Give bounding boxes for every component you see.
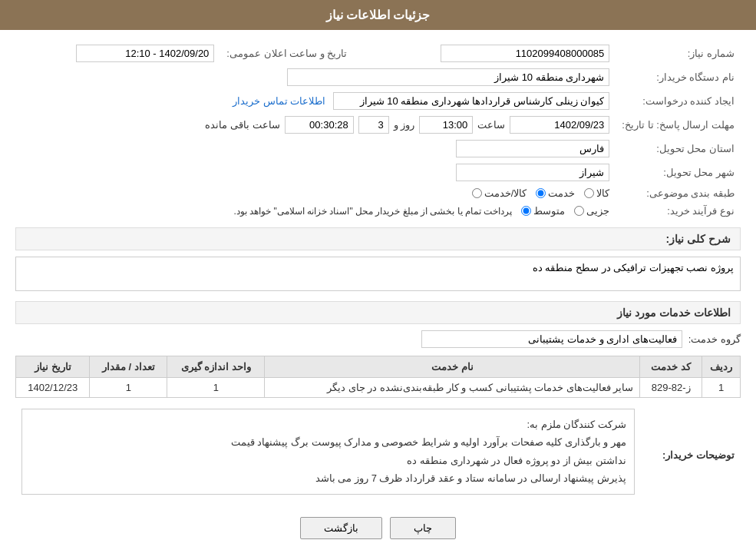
services-table: ردیف کد خدمت نام خدمت واحد اندازه گیری ت… bbox=[15, 356, 741, 398]
days-label: روز و bbox=[394, 119, 415, 131]
tabaqe-value: کالا خدمت کالا/خدمت bbox=[15, 184, 616, 202]
main-info-table: شماره نیاز: تاریخ و ساعت اعلان عمومی: نا… bbox=[15, 41, 741, 220]
nooe-farayand-value: جزیی متوسط پرداخت تمام یا بخشی از مبلغ خ… bbox=[15, 202, 616, 220]
cell-tedad: 1 bbox=[90, 378, 167, 398]
tawzih-box: شرکت کنندگان ملزم به: مهر و بارگذاری کلی… bbox=[21, 409, 635, 495]
nooe-farayand-label: نوع فرآیند خرید: bbox=[616, 202, 741, 220]
tawzih-label: توضیحات خریدار: bbox=[641, 406, 741, 505]
farayand-motawaset-radio[interactable] bbox=[521, 206, 531, 216]
ettelaat-tamas-link[interactable]: اطلاعات تماس خریدار bbox=[233, 95, 325, 107]
ijad-konande-label: ایجاد کننده درخواست: bbox=[616, 89, 741, 113]
cell-radif: 1 bbox=[702, 378, 741, 398]
col-kod: کد خدمت bbox=[640, 356, 702, 378]
cell-vahed: 1 bbox=[167, 378, 265, 398]
shahr-value bbox=[15, 161, 616, 184]
remaining-label: ساعت باقی مانده bbox=[205, 119, 279, 131]
nam-dastgah-input[interactable] bbox=[287, 68, 609, 86]
shomara-niaz-label: شماره نیاز: bbox=[616, 41, 741, 65]
farayand-jozi-label: جزیی bbox=[586, 205, 609, 217]
ostan-input[interactable] bbox=[456, 140, 609, 157]
date-announcement-label: تاریخ و ساعت اعلان عمومی: bbox=[220, 41, 353, 65]
ijad-konande-input[interactable] bbox=[333, 92, 609, 110]
table-row: 1 ز-82-829 سایر فعالیت‌های خدمات پشتیبان… bbox=[16, 378, 741, 398]
col-nam: نام خدمت bbox=[265, 356, 640, 378]
tawzih-line2: مهر و بارگذاری کلیه صفحات برآورد اولیه و… bbox=[30, 433, 626, 451]
shahr-label: شهر محل تحویل: bbox=[616, 161, 741, 184]
col-tedad: تعداد / مقدار bbox=[90, 356, 167, 378]
shomara-niaz-input[interactable] bbox=[441, 45, 609, 62]
print-button[interactable]: چاپ bbox=[390, 517, 456, 539]
nam-dastgah-label: نام دستگاه خریدار: bbox=[616, 65, 741, 89]
cell-nam: سایر فعالیت‌های خدمات پشتیبانی کسب و کار… bbox=[265, 378, 640, 398]
sharh-section-header: شرح کلی نیاز: bbox=[15, 227, 741, 250]
tabaqe-kala-khedmat-label: کالا/خدمت bbox=[484, 187, 527, 199]
tawzih-value: شرکت کنندگان ملزم به: مهر و بارگذاری کلی… bbox=[15, 406, 641, 505]
shahr-input[interactable] bbox=[456, 164, 609, 181]
farayand-jozi-radio[interactable] bbox=[574, 206, 584, 216]
tabaqe-label: طبقه بندی موضوعی: bbox=[616, 184, 741, 202]
ostan-value bbox=[15, 137, 616, 161]
cell-tarikh: 1402/12/23 bbox=[16, 378, 90, 398]
farayand-motawaset-label: متوسط bbox=[533, 205, 565, 217]
mohlat-value: ساعت روز و ساعت باقی مانده bbox=[15, 113, 616, 137]
ostan-label: استان محل تحویل: bbox=[616, 137, 741, 161]
date-input[interactable] bbox=[510, 116, 609, 134]
col-tarikh: تاریخ نیاز bbox=[16, 356, 90, 378]
cell-kod: ز-82-829 bbox=[640, 378, 702, 398]
remaining-input[interactable] bbox=[285, 116, 354, 134]
group-label: گروه خدمت: bbox=[688, 333, 741, 345]
buttons-row: چاپ بازگشت bbox=[15, 517, 741, 539]
group-input[interactable] bbox=[421, 330, 682, 348]
tabaqe-kala-khedmat-radio[interactable] bbox=[472, 188, 482, 198]
back-button[interactable]: بازگشت bbox=[300, 517, 382, 539]
date-announcement-value bbox=[15, 41, 220, 65]
tawzih-line3: نداشتن بیش از دو پروژه فعال در شهرداری م… bbox=[30, 452, 626, 469]
tabaqe-khedmat-radio[interactable] bbox=[536, 188, 546, 198]
sharh-textarea[interactable]: پروژه نصب تجهیزات ترافیکی در سطح منطقه د… bbox=[15, 257, 741, 291]
col-vahed: واحد اندازه گیری bbox=[167, 356, 265, 378]
date-announcement-input[interactable] bbox=[76, 45, 214, 62]
time-input[interactable] bbox=[419, 116, 473, 134]
tabaqe-kala-radio[interactable] bbox=[584, 188, 594, 198]
ijad-konande-value: اطلاعات تماس خریدار bbox=[15, 89, 616, 113]
tabaqe-kala-label: کالا bbox=[596, 187, 609, 199]
services-section-header: اطلاعات خدمات مورد نیاز bbox=[15, 301, 741, 324]
tawzih-line1: شرکت کنندگان ملزم به: bbox=[30, 416, 626, 433]
col-radif: ردیف bbox=[702, 356, 741, 378]
mohlat-label: مهلت ارسال پاسخ: تا تاریخ: bbox=[616, 113, 741, 137]
page-header: جزئیات اطلاعات نیاز bbox=[0, 0, 756, 30]
shomara-niaz-value bbox=[368, 41, 616, 65]
time-label: ساعت bbox=[477, 119, 505, 131]
tawzih-table: توضیحات خریدار: شرکت کنندگان ملزم به: مه… bbox=[15, 406, 741, 505]
tawzih-line4: پذیرش پیشنهاد ارسالی در سامانه ستاد و عق… bbox=[30, 469, 626, 487]
farayand-note: پرداخت تمام یا بخشی از مبلغ خریدار محل "… bbox=[233, 206, 512, 217]
days-input[interactable] bbox=[358, 116, 389, 134]
tabaqe-khedmat-label: خدمت bbox=[548, 187, 575, 199]
nam-dastgah-value bbox=[15, 65, 616, 89]
